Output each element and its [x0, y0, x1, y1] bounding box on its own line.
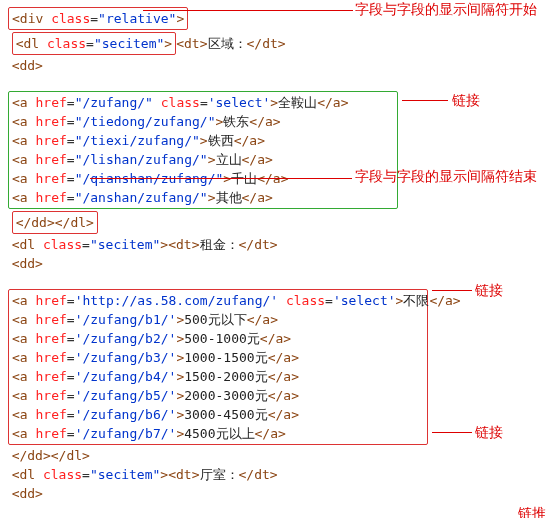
dt3-label: 厅室：: [200, 467, 239, 482]
leader-link-3: [432, 432, 472, 433]
links-block-2: <a href='http://as.58.com/zufang/' class…: [8, 289, 428, 445]
code-link-line: <a href="/tiedong/zufang/">铁东</a>: [12, 112, 394, 131]
code-link-line: <a href="/lishan/zufang/">立山</a>: [12, 150, 394, 169]
code-link-line: <a href='/zufang/b6/'>3000-4500元</a>: [12, 405, 424, 424]
leader-link-1: [402, 100, 448, 101]
code-snapshot: <div class="relative"> <dl class="secite…: [0, 0, 549, 518]
annot-link-4: 链推: [518, 505, 546, 518]
code-link-line: <a href="/anshan/zufang/">其他</a>: [12, 188, 394, 207]
code-link-line: <a href="/zufang/" class='select'>全鞍山</a…: [12, 93, 394, 112]
links-block-1: <a href="/zufang/" class='select'>全鞍山</a…: [8, 91, 398, 209]
annot-link-3: 链接: [475, 424, 503, 442]
dt1-label: 区域：: [208, 36, 247, 51]
code-link-line: <a href="/tiexi/zufang/">铁西</a>: [12, 131, 394, 150]
leader-sep-start: [143, 10, 353, 11]
leader-sep-end: [90, 178, 352, 179]
code-link-line: <a href='/zufang/b1/'>500元以下</a>: [12, 310, 424, 329]
dt2-label: 租金：: [200, 237, 239, 252]
annot-link-1: 链接: [452, 92, 480, 110]
annot-sep-end: 字段与字段的显示间隔符结束: [355, 168, 537, 186]
code-link-line: <a href='http://as.58.com/zufang/' class…: [12, 291, 424, 310]
code-area: <div class="relative"> <dl class="secite…: [2, 2, 547, 518]
code-link-line: <a href='/zufang/b3/'>1000-1500元</a>: [12, 348, 424, 367]
highlight-dl1-open: <dl class="secitem">: [12, 32, 177, 55]
code-link-line: <a href='/zufang/b4/'>1500-2000元</a>: [12, 367, 424, 386]
code-link-line: <a href='/zufang/b7/'>4500元以上</a>: [12, 424, 424, 443]
annot-link-2: 链接: [475, 282, 503, 300]
annot-sep-start: 字段与字段的显示间隔符开始: [355, 1, 537, 19]
code-link-line: <a href='/zufang/b5/'>2000-3000元</a>: [12, 386, 424, 405]
code-link-line: <a href='/zufang/b2/'>500-1000元</a>: [12, 329, 424, 348]
leader-link-2: [432, 290, 472, 291]
highlight-dd-dl-close-1: </dd></dl>: [12, 211, 98, 234]
